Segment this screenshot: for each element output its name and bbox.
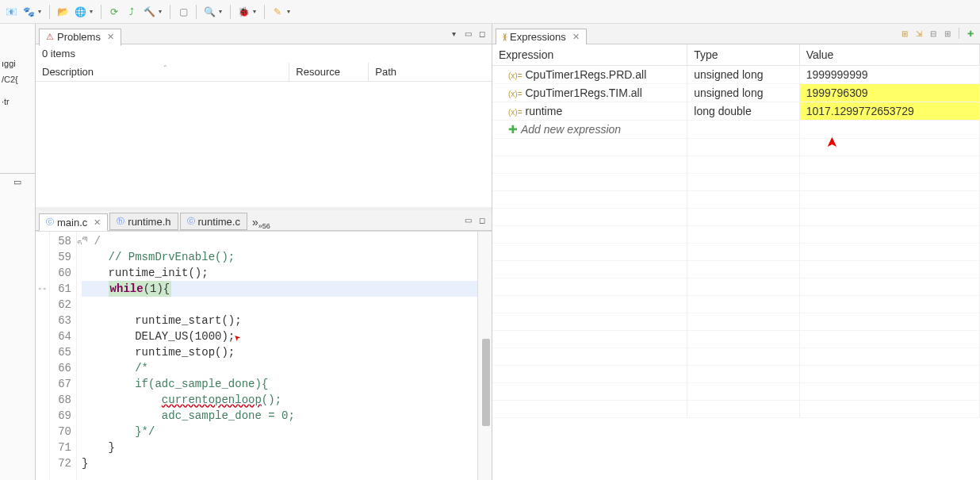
dropdown-icon[interactable]: ▾ xyxy=(253,8,259,15)
toolbar-btn-annotate-icon[interactable]: ✎ xyxy=(270,4,285,20)
c-file-icon: ⓒ xyxy=(46,217,54,228)
tab-label: Problems xyxy=(57,31,101,43)
col-description[interactable]: ⌃Description xyxy=(36,63,289,82)
separator xyxy=(170,5,170,19)
problems-table[interactable]: ⌃Description Resource Path xyxy=(36,63,492,207)
close-icon[interactable]: ✕ xyxy=(94,217,101,228)
toolbar-btn-mail-icon[interactable]: 📧 xyxy=(3,4,19,20)
problems-view: 0 items ⌃Description Resource Path xyxy=(36,44,492,207)
col-expression[interactable]: Expression xyxy=(492,44,687,66)
tab-problems[interactable]: ⚠ Problems ✕ xyxy=(39,29,121,46)
toolbar-btn-step-return-icon[interactable]: ⤴ xyxy=(124,4,140,20)
sidebar-fragment-text xyxy=(0,87,35,94)
variable-icon: (x)= xyxy=(508,90,523,98)
overview-ruler[interactable] xyxy=(477,232,492,480)
center-column: ⚠ Problems ✕ ▾ ▭ ◻ 0 items ⌃Description … xyxy=(36,24,492,480)
minimize-icon[interactable]: ▭ xyxy=(461,28,474,40)
expressions-table[interactable]: Expression Type Value (x)=CpuTimer1Regs.… xyxy=(492,44,980,418)
problems-tab-bar: ⚠ Problems ✕ ▾ ▭ ◻ xyxy=(36,24,492,44)
close-icon[interactable]: ✕ xyxy=(107,32,114,42)
toolbar-expand-icon[interactable]: ⊞ xyxy=(941,28,954,40)
main-toolbar: 📧 🐾▾ 📂 🌐▾ ⟳ ⤴ 🔨▾ ▢ 🔍▾ 🐞▾ ✎▾ xyxy=(0,0,980,24)
code-area[interactable]: གྷ / // PmsmDrvEnable(); runtime_init();… xyxy=(77,232,477,480)
toolbar-btn-debug-icon[interactable]: 🐞 xyxy=(235,4,251,20)
tab-label: runtime.c xyxy=(198,216,240,228)
toolbar-import-icon[interactable]: ⇲ xyxy=(913,28,925,40)
table-row xyxy=(492,261,980,278)
separator xyxy=(959,28,959,39)
separator xyxy=(196,5,197,19)
toolbar-btn-globe-icon[interactable]: 🌐 xyxy=(72,4,88,20)
marker-column[interactable]: ◦◦ xyxy=(36,232,50,480)
expression-row[interactable]: (x)=runtime long double 1017.12997726537… xyxy=(492,102,980,121)
maximize-icon[interactable]: ◻ xyxy=(476,214,488,227)
toolbar-btn-open-icon[interactable]: 📂 xyxy=(55,4,71,20)
toolbar-new-icon[interactable]: ⊞ xyxy=(898,28,911,40)
editor-tab-runtime-h[interactable]: ⓗ runtime.h xyxy=(109,213,178,230)
view-menu-icon[interactable]: ▾ xyxy=(447,28,460,40)
col-type[interactable]: Type xyxy=(687,44,799,66)
expressions-view: Expression Type Value (x)=CpuTimer1Regs.… xyxy=(492,44,980,480)
table-row xyxy=(492,244,980,261)
close-icon[interactable]: ✕ xyxy=(572,32,580,42)
h-file-icon: ⓗ xyxy=(117,216,124,227)
editor-tab-runtime-c[interactable]: ⓒ runtime.c xyxy=(180,213,247,230)
code-editor[interactable]: ◦◦ 58 59 60 61 62 63 64 xyxy=(36,231,492,480)
table-row xyxy=(492,191,980,209)
sidebar-fragment-text: ıggi xyxy=(0,56,35,71)
table-row xyxy=(492,313,980,331)
expressions-tab-bar: ᚕ Expressions ✕ ⊞ ⇲ ⊟ ⊞ ✚ xyxy=(492,24,980,44)
editor-tab-main-c[interactable]: ⓒ main.c ✕ xyxy=(39,213,108,231)
col-path[interactable]: Path xyxy=(369,63,492,82)
annotation-arrow-icon: ➤ xyxy=(230,329,246,345)
table-row xyxy=(492,226,980,244)
toolbar-btn-restart-icon[interactable]: ⟳ xyxy=(106,4,122,20)
minimize-icon[interactable]: ▭ xyxy=(461,214,474,227)
expression-row[interactable]: (x)=CpuTimer1Regs.PRD.all unsigned long … xyxy=(492,66,980,84)
tab-label: runtime.h xyxy=(128,216,170,228)
add-expression-icon[interactable]: ✚ xyxy=(964,28,977,40)
toolbar-btn-skip-icon[interactable]: 🐾 xyxy=(21,4,36,20)
table-row xyxy=(492,401,980,418)
line-number-gutter[interactable]: 58 59 60 61 62 63 64 65 66 67 68 69 70 7… xyxy=(50,232,77,480)
scrollbar-thumb[interactable] xyxy=(482,339,490,426)
sidebar-fragment-text: /C2{ xyxy=(0,71,35,87)
tab-label: Expressions xyxy=(510,31,566,43)
dropdown-icon[interactable]: ▾ xyxy=(159,8,165,15)
expressions-icon: ᚕ xyxy=(503,32,507,42)
editor-more-tabs[interactable]: »»56 xyxy=(249,216,274,230)
toolbar-collapse-icon[interactable]: ⊟ xyxy=(927,28,940,40)
sort-caret-icon: ⌃ xyxy=(163,64,168,71)
restore-icon[interactable]: ▭ xyxy=(0,173,35,187)
table-row xyxy=(492,331,980,348)
col-resource[interactable]: Resource xyxy=(289,63,369,82)
sidebar-fragment-text: ·tr xyxy=(0,94,35,109)
editor-tab-bar: ⓒ main.c ✕ ⓗ runtime.h ⓒ runtime.c »»56 … xyxy=(36,210,492,231)
table-row xyxy=(492,139,980,156)
annotation-arrow-icon: ➤ xyxy=(823,136,840,148)
table-row xyxy=(492,209,980,226)
problems-count: 0 items xyxy=(36,44,492,63)
expression-row[interactable]: (x)=CpuTimer1Regs.TIM.all unsigned long … xyxy=(492,84,980,102)
dropdown-icon[interactable]: ▾ xyxy=(219,8,225,15)
separator xyxy=(101,5,101,19)
toolbar-btn-new-icon[interactable]: ▢ xyxy=(175,4,191,20)
variable-icon: (x)= xyxy=(508,71,523,80)
toolbar-btn-search-icon[interactable]: 🔍 xyxy=(201,4,217,20)
add-expression-row[interactable]: ✚Add new expression xyxy=(492,121,980,139)
main-layout: ıggi /C2{ ·tr ▭ ⚠ Problems ✕ ▾ ▭ ◻ 0 ite… xyxy=(0,24,980,480)
dropdown-icon[interactable]: ▾ xyxy=(90,8,96,15)
separator xyxy=(230,5,231,19)
separator xyxy=(49,5,50,19)
separator xyxy=(264,5,265,19)
dropdown-icon[interactable]: ▾ xyxy=(287,8,293,15)
breakpoint-icon[interactable]: ◦◦ xyxy=(37,285,47,294)
tab-label: main.c xyxy=(57,217,87,228)
left-sidebar-fragment: ıggi /C2{ ·tr ▭ xyxy=(0,24,36,480)
tab-expressions[interactable]: ᚕ Expressions ✕ xyxy=(496,29,587,46)
toolbar-btn-build-icon[interactable]: 🔨 xyxy=(141,4,157,20)
table-row xyxy=(492,383,980,401)
dropdown-icon[interactable]: ▾ xyxy=(38,8,44,15)
col-value[interactable]: Value xyxy=(799,44,979,66)
maximize-icon[interactable]: ◻ xyxy=(476,28,488,40)
